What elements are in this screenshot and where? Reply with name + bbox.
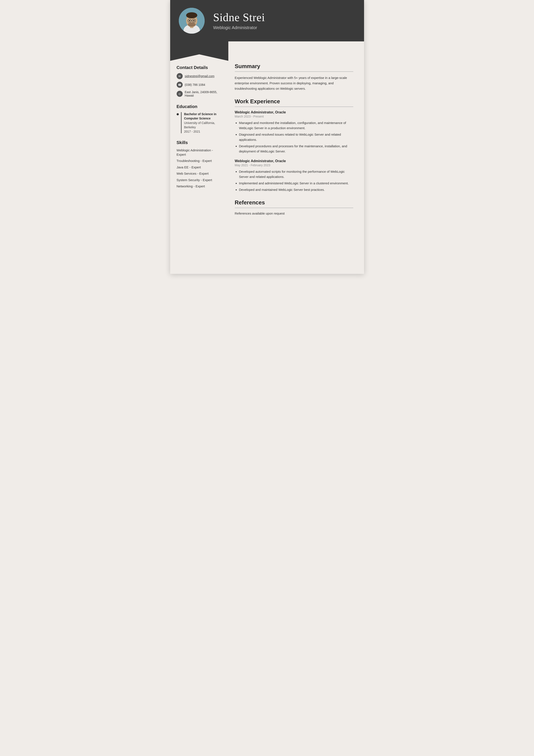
edu-school: University of California, Berkeley bbox=[184, 121, 222, 129]
header-text: Sidne Strei Weblogic Administrator bbox=[213, 11, 265, 30]
phone-value: (038) 786 1084 bbox=[185, 83, 205, 87]
chevron-left bbox=[170, 41, 228, 54]
contact-address-item: ⊙ East Janis, 24009-8655, Hawaii bbox=[177, 90, 222, 97]
skill-item-1: Troubleshooting - Expert bbox=[177, 159, 222, 163]
job-dates-1: May 2021 - February 2023 bbox=[235, 163, 353, 167]
header-title: Weblogic Administrator bbox=[213, 25, 265, 30]
job-bullet-1-1: Implemented and administered WebLogic Se… bbox=[239, 181, 353, 186]
contact-title: Contact Details bbox=[177, 65, 222, 70]
skill-item-0: Weblogic Administration - Expert bbox=[177, 148, 222, 156]
svg-point-9 bbox=[188, 22, 195, 27]
references-title: References bbox=[235, 199, 353, 208]
email-value[interactable]: sidnestrei@gmail.com bbox=[185, 74, 215, 78]
contact-section: Contact Details ✉ sidnestrei@gmail.com ☎… bbox=[177, 65, 222, 97]
avatar bbox=[179, 8, 205, 34]
address-value: East Janis, 24009-8655, Hawaii bbox=[185, 90, 222, 97]
job-bullet-0-1: Diagnosed and resolved issues related to… bbox=[239, 132, 353, 142]
references-text: References available upon request bbox=[235, 211, 353, 215]
job-bullets-0: Managed and monitored the installation, … bbox=[235, 120, 353, 154]
location-icon: ⊙ bbox=[177, 91, 183, 97]
chevron-decoration bbox=[170, 41, 364, 54]
body-area: Contact Details ✉ sidnestrei@gmail.com ☎… bbox=[170, 54, 364, 231]
header: Sidne Strei Weblogic Administrator bbox=[170, 0, 364, 41]
skills-section: Skills Weblogic Administration - Expert … bbox=[177, 140, 222, 188]
job-block-0: Weblogic Administrator, Oracle March 202… bbox=[235, 110, 353, 154]
work-experience-title: Work Experience bbox=[235, 98, 353, 107]
job-bullet-1-0: Developed automated scripts for monitori… bbox=[239, 169, 353, 179]
skill-item-2: Java EE - Expert bbox=[177, 165, 222, 170]
edu-content: Bachelor of Science in Computer Science … bbox=[181, 112, 222, 133]
phone-icon: ☎ bbox=[177, 82, 183, 88]
education-item: Bachelor of Science in Computer Science … bbox=[177, 112, 222, 133]
email-icon: ✉ bbox=[177, 73, 183, 79]
svg-point-11 bbox=[193, 20, 194, 21]
summary-text: Experienced Weblogic Administrator with … bbox=[235, 75, 353, 91]
skills-title: Skills bbox=[177, 140, 222, 145]
svg-point-5 bbox=[186, 12, 197, 18]
skill-item-5: Networking - Expert bbox=[177, 184, 222, 188]
references-section: References References available upon req… bbox=[235, 199, 353, 215]
summary-section: Summary Experienced Weblogic Administrat… bbox=[235, 63, 353, 91]
job-title-1: Weblogic Administrator, Oracle bbox=[235, 159, 353, 163]
job-title-0: Weblogic Administrator, Oracle bbox=[235, 110, 353, 114]
job-bullet-0-2: Developed procedures and processes for t… bbox=[239, 144, 353, 154]
skill-item-3: Web Services - Expert bbox=[177, 172, 222, 176]
skill-item-4: System Security - Expert bbox=[177, 178, 222, 182]
sidebar: Contact Details ✉ sidnestrei@gmail.com ☎… bbox=[170, 61, 228, 231]
chevron-right bbox=[228, 41, 364, 54]
resume-page: Sidne Strei Weblogic Administrator Conta… bbox=[170, 0, 364, 274]
edu-years: 2017 - 2021 bbox=[184, 130, 222, 133]
header-name: Sidne Strei bbox=[213, 11, 265, 23]
edu-bullet-icon bbox=[177, 113, 179, 115]
summary-title: Summary bbox=[235, 63, 353, 72]
job-bullets-1: Developed automated scripts for monitori… bbox=[235, 169, 353, 192]
contact-phone-item: ☎ (038) 786 1084 bbox=[177, 82, 222, 88]
svg-point-10 bbox=[189, 20, 190, 21]
education-title: Education bbox=[177, 104, 222, 109]
main-content: Summary Experienced Weblogic Administrat… bbox=[228, 61, 364, 231]
job-bullet-1-2: Developed and maintained WebLogic Server… bbox=[239, 187, 353, 192]
edu-degree: Bachelor of Science in Computer Science bbox=[184, 112, 222, 121]
job-block-1: Weblogic Administrator, Oracle May 2021 … bbox=[235, 159, 353, 192]
contact-email-item: ✉ sidnestrei@gmail.com bbox=[177, 73, 222, 79]
work-experience-section: Work Experience Weblogic Administrator, … bbox=[235, 98, 353, 192]
job-bullet-0-0: Managed and monitored the installation, … bbox=[239, 120, 353, 131]
job-dates-0: March 2023 - Present bbox=[235, 115, 353, 118]
education-section: Education Bachelor of Science in Compute… bbox=[177, 104, 222, 133]
